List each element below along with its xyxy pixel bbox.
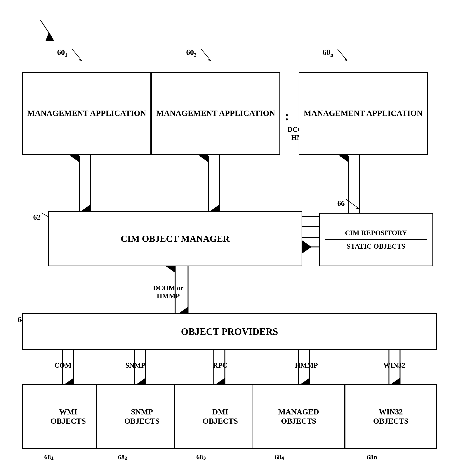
win32-box: WIN32OBJECTS	[345, 384, 437, 449]
providers-box: OBJECT PROVIDERS	[22, 313, 437, 350]
repo-line1: CIM REPOSITORY	[345, 229, 407, 237]
win32-text: WIN32OBJECTS	[373, 407, 408, 426]
managed-box: MANAGEDOBJECTS	[252, 384, 345, 449]
man-text: MANAGEMENT APPLICATION	[304, 109, 423, 118]
svg-line-33	[201, 49, 210, 60]
ref-66: 66	[337, 199, 345, 208]
ref-68n: 68n	[367, 453, 377, 461]
providers-text: OBJECT PROVIDERS	[181, 326, 278, 337]
svg-marker-32	[79, 59, 82, 61]
dcom-bottom: DCOM orHMMP	[153, 284, 184, 300]
hmmp-label: HMMP	[295, 361, 318, 369]
svg-line-39	[346, 199, 359, 208]
wmi-text: WMIOBJECTS	[51, 407, 86, 426]
ref-602-arrow	[192, 47, 219, 65]
ma1-text: MANAGEMENT APPLICATION	[27, 109, 146, 118]
ma2-box: MANAGEMENT APPLICATION	[151, 72, 280, 155]
cim-box: CIM OBJECT MANAGER	[48, 211, 302, 266]
repo-box: CIM REPOSITORY STATIC OBJECTS	[319, 213, 433, 266]
ma2-text: MANAGEMENT APPLICATION	[156, 109, 275, 118]
ref-601-arrow	[63, 47, 90, 65]
ref-683: 68₃	[196, 453, 206, 461]
ma1-box: MANAGEMENT APPLICATION	[22, 72, 151, 155]
rpc-label: RPC	[213, 361, 227, 369]
ref-60n-arrow	[328, 47, 356, 65]
man-box: MANAGEMENT APPLICATION	[299, 72, 428, 155]
snmp-text: SNMPOBJECTS	[124, 407, 159, 426]
svg-line-31	[72, 49, 81, 60]
snmp-label: SNMP	[125, 361, 145, 369]
svg-line-29	[41, 20, 52, 37]
ref-66-arrow	[344, 197, 372, 214]
diagram: 601 MANAGEMENT APPLICATION 602 MANAGEMEN…	[0, 0, 459, 476]
repo-line2: STATIC OBJECTS	[347, 242, 406, 251]
dmi-text: DMIOBJECTS	[203, 407, 238, 426]
ref-681: 68₁	[44, 453, 53, 461]
cim-text: CIM OBJECT MANAGER	[121, 233, 230, 244]
colon1: :	[285, 109, 289, 123]
svg-line-35	[337, 49, 346, 60]
ref-62: 62	[33, 213, 41, 221]
ref-682: 68₂	[118, 453, 127, 461]
com-label: COM	[54, 361, 71, 369]
svg-marker-34	[208, 59, 211, 61]
win32-label: WIN32	[383, 361, 405, 369]
ref-684: 68₄	[275, 453, 284, 461]
ref-58-arrow	[29, 18, 66, 51]
svg-marker-36	[344, 59, 347, 61]
managed-text: MANAGEDOBJECTS	[278, 407, 319, 426]
